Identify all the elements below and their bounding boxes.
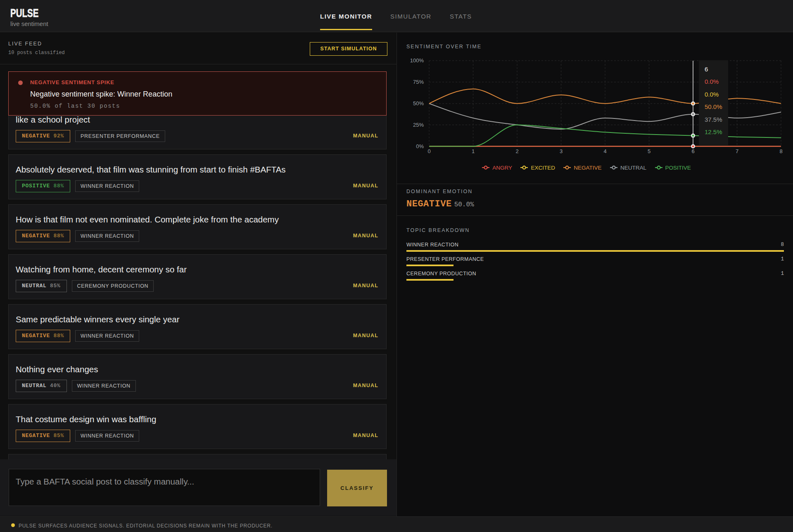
svg-text:7: 7: [736, 148, 738, 154]
svg-text:4: 4: [603, 148, 606, 154]
svg-text:25%: 25%: [413, 122, 424, 128]
svg-text:1: 1: [472, 148, 475, 154]
svg-text:100%: 100%: [410, 57, 424, 64]
svg-text:5: 5: [648, 148, 651, 154]
svg-text:6: 6: [691, 148, 694, 154]
svg-text:0: 0: [427, 148, 430, 154]
svg-text:8: 8: [779, 148, 782, 154]
svg-text:75%: 75%: [413, 79, 424, 85]
svg-text:50%: 50%: [413, 100, 424, 106]
svg-text:0%: 0%: [416, 143, 424, 149]
svg-text:3: 3: [560, 148, 563, 154]
svg-text:2: 2: [515, 148, 518, 154]
